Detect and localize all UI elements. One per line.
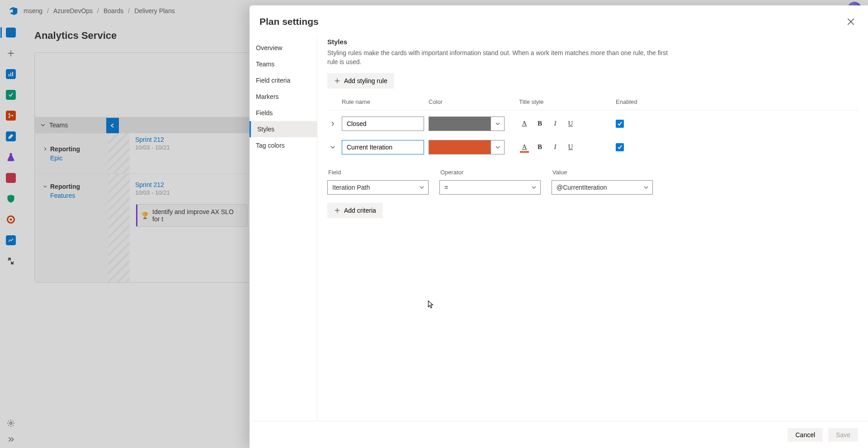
bold-button[interactable]: B — [534, 118, 545, 129]
italic-button[interactable]: I — [550, 142, 561, 153]
plus-icon — [334, 207, 340, 214]
nav-fields[interactable]: Fields — [250, 105, 317, 121]
nav-field-criteria[interactable]: Field criteria — [250, 72, 317, 89]
plan-settings-panel: Plan settings Overview Teams Field crite… — [250, 5, 868, 448]
color-swatch — [429, 117, 491, 131]
close-button[interactable] — [844, 14, 858, 29]
chevron-down-icon — [330, 145, 335, 150]
col-color: Color — [429, 98, 519, 105]
rule-expander[interactable] — [327, 121, 338, 126]
criteria-operator-value: = — [444, 184, 448, 191]
font-color-button[interactable]: A — [519, 142, 530, 153]
chevron-down-icon — [491, 140, 504, 154]
nav-teams[interactable]: Teams — [250, 56, 317, 72]
criteria-value-value: @CurrentIteration — [557, 184, 607, 191]
col-title-style: Title style — [519, 98, 616, 105]
criteria-field-select[interactable]: Iteration Path — [327, 180, 429, 195]
add-criteria-label: Add criteria — [344, 207, 376, 214]
chevron-right-icon — [330, 121, 335, 126]
col-enabled: Enabled — [616, 98, 702, 105]
underline-button[interactable]: U — [565, 118, 576, 129]
rule-expander[interactable] — [327, 145, 338, 150]
chevron-down-icon — [419, 185, 425, 190]
italic-button[interactable]: I — [550, 118, 561, 129]
rule-name-input[interactable] — [342, 117, 424, 131]
add-styling-rule-button[interactable]: Add styling rule — [327, 73, 394, 89]
add-rule-label: Add styling rule — [344, 77, 387, 84]
panel-nav: Overview Teams Field criteria Markers Fi… — [250, 38, 317, 421]
chevron-down-icon — [643, 185, 649, 190]
color-swatch — [429, 140, 491, 154]
rule-enabled-checkbox[interactable] — [616, 120, 624, 128]
save-button[interactable]: Save — [828, 428, 858, 442]
style-rule-row: A B I U — [327, 134, 858, 157]
nav-markers[interactable]: Markers — [250, 89, 317, 105]
cancel-button[interactable]: Cancel — [788, 428, 823, 442]
rule-color-picker[interactable] — [429, 140, 505, 154]
col-rule-name: Rule name — [342, 98, 429, 105]
criteria-operator-select[interactable]: = — [439, 180, 541, 195]
criteria-col-operator: Operator — [440, 169, 552, 176]
rule-color-picker[interactable] — [429, 117, 505, 131]
plus-icon — [334, 78, 340, 84]
add-criteria-button[interactable]: Add criteria — [327, 203, 383, 218]
nav-styles[interactable]: Styles — [250, 121, 317, 137]
style-rule-row: A B I U — [327, 110, 858, 134]
criteria-col-value: Value — [552, 169, 665, 176]
panel-title: Plan settings — [259, 16, 319, 27]
criteria-field-value: Iteration Path — [332, 184, 370, 191]
underline-button[interactable]: U — [565, 142, 576, 153]
styles-description: Styling rules make the cards with import… — [327, 48, 680, 67]
criteria-col-field: Field — [328, 169, 440, 176]
font-color-button[interactable]: A — [519, 118, 530, 129]
nav-tag-colors[interactable]: Tag colors — [250, 137, 317, 154]
panel-content: Styles Styling rules make the cards with… — [317, 38, 868, 421]
chevron-down-icon — [531, 185, 537, 190]
nav-overview[interactable]: Overview — [250, 40, 317, 56]
bold-button[interactable]: B — [534, 142, 545, 153]
rule-name-input[interactable] — [342, 140, 424, 154]
criteria-value-select[interactable]: @CurrentIteration — [552, 180, 653, 195]
styles-heading: Styles — [327, 38, 858, 46]
chevron-down-icon — [491, 117, 504, 131]
rule-enabled-checkbox[interactable] — [616, 143, 624, 151]
